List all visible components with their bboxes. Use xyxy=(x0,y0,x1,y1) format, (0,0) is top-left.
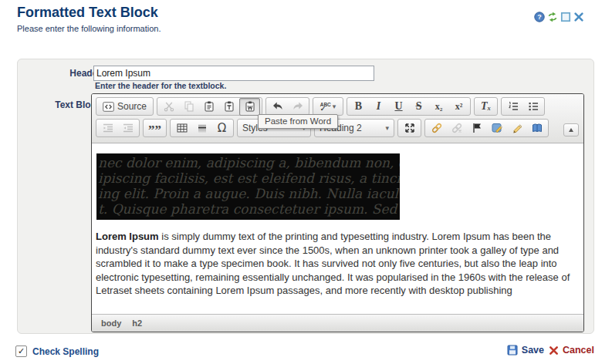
richtext-editor: Source xyxy=(91,93,584,332)
anchor-flag-icon[interactable] xyxy=(467,120,486,136)
spellcheck-dropdown[interactable]: ABC ✓ ▾ xyxy=(315,99,341,115)
save-icon xyxy=(507,345,518,356)
redo-icon[interactable] xyxy=(288,99,307,115)
source-label: Source xyxy=(117,101,147,112)
header-input[interactable] xyxy=(93,66,374,81)
path-item-body[interactable]: body xyxy=(101,318,121,328)
chevron-down-icon: ▾ xyxy=(333,103,336,110)
maximize-icon[interactable] xyxy=(560,12,571,22)
table-icon[interactable] xyxy=(172,120,191,136)
special-character-button[interactable]: Ω xyxy=(212,120,232,136)
page-title: Formatted Text Block xyxy=(17,5,158,21)
path-item-h2[interactable]: h2 xyxy=(132,318,142,328)
chevron-down-icon: ▾ xyxy=(385,124,389,132)
save-button[interactable]: Save xyxy=(507,345,544,356)
element-path-bar: body h2 xyxy=(92,314,583,332)
horizontal-rule-icon[interactable] xyxy=(192,120,211,136)
bulleted-list-icon[interactable] xyxy=(523,99,543,115)
numbered-list-icon[interactable] xyxy=(503,99,522,115)
chevron-up-icon xyxy=(569,128,573,132)
book-icon[interactable] xyxy=(527,120,546,136)
check-spelling-option: ✓ Check Spelling xyxy=(15,345,99,357)
copy-icon[interactable] xyxy=(179,99,198,115)
link-icon[interactable] xyxy=(427,120,446,136)
italic-button[interactable]: I xyxy=(369,99,388,115)
editor-content-area[interactable]: nec dolor enim, adipiscing a, bibendum n… xyxy=(92,143,583,314)
subscript-button[interactable]: x₂ xyxy=(429,99,448,115)
maximize-editor-icon[interactable] xyxy=(400,120,419,136)
dialog-controls: ? xyxy=(534,12,584,22)
edit-image-icon[interactable] xyxy=(487,120,506,136)
cut-icon[interactable] xyxy=(159,99,178,115)
toolbar-collapse-button[interactable] xyxy=(563,123,579,136)
cancel-x-icon xyxy=(549,345,559,356)
help-icon[interactable]: ? xyxy=(534,12,545,22)
toolbar-row-1: Source xyxy=(96,97,580,116)
bold-button[interactable]: B xyxy=(349,99,368,115)
cancel-button[interactable]: Cancel xyxy=(549,345,594,356)
paste-icon[interactable] xyxy=(199,99,218,115)
check-spelling-checkbox[interactable]: ✓ xyxy=(15,345,27,357)
cancel-label: Cancel xyxy=(563,345,594,356)
footer-actions: Save Cancel xyxy=(507,345,594,356)
source-icon xyxy=(103,102,114,112)
check-spelling-label: Check Spelling xyxy=(32,346,99,357)
blockquote-button[interactable]: ”” xyxy=(145,118,164,139)
spellcheck-icon: ABC ✓ xyxy=(320,103,331,111)
header-help-text: Enter the header for the textblock. xyxy=(95,81,226,90)
outdent-icon[interactable] xyxy=(98,120,117,136)
source-button[interactable]: Source xyxy=(98,99,151,115)
remove-format-button[interactable]: Tₓ xyxy=(476,99,495,115)
save-label: Save xyxy=(522,345,544,356)
unlink-icon[interactable] xyxy=(447,120,466,136)
form-panel: Header: Enter the header for the textblo… xyxy=(17,59,594,334)
undo-icon[interactable] xyxy=(268,99,287,115)
page-subtitle: Please enter the following information. xyxy=(17,24,161,33)
paragraph-body: is simply dummy text of the printing and… xyxy=(96,231,570,296)
paste-from-word-tooltip: Paste from Word xyxy=(258,114,338,129)
strikethrough-button[interactable]: S xyxy=(409,99,428,115)
close-icon[interactable] xyxy=(573,12,584,22)
editor-toolbar: Source xyxy=(92,94,583,143)
svg-text:?: ? xyxy=(537,13,542,21)
pencil-icon[interactable] xyxy=(507,120,526,136)
editor-paragraph[interactable]: Lorem Ipsum is simply dummy text of the … xyxy=(96,230,578,298)
paste-from-word-icon[interactable] xyxy=(239,98,260,116)
paragraph-lead: Lorem Ipsum xyxy=(96,231,159,242)
formatted-text-block-dialog: Formatted Text Block Please enter the fo… xyxy=(0,0,612,364)
indent-icon[interactable] xyxy=(118,120,137,136)
refresh-icon[interactable] xyxy=(547,12,558,22)
paste-text-icon[interactable] xyxy=(219,99,238,115)
selected-image[interactable]: nec dolor enim, adipiscing a, bibendum n… xyxy=(96,153,400,220)
superscript-button[interactable]: x² xyxy=(449,99,468,115)
underline-button[interactable]: U xyxy=(389,99,408,115)
